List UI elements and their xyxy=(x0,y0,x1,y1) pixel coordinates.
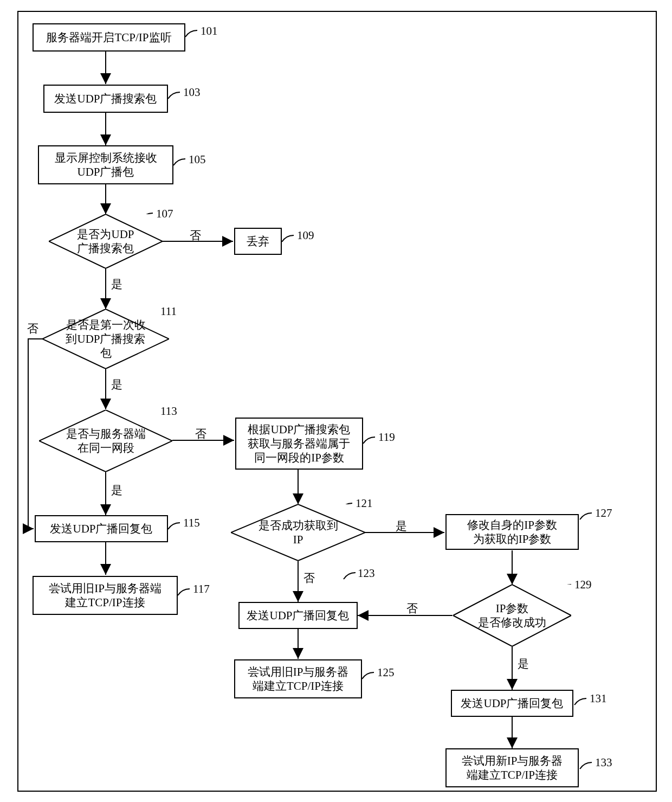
ref-105: 105 xyxy=(189,153,206,166)
node-text: 是否为UDP 广播搜索包 xyxy=(77,227,134,256)
ref-103: 103 xyxy=(183,86,201,99)
edge-label-yes: 是 xyxy=(396,518,407,534)
edge-label-yes: 是 xyxy=(518,656,529,671)
node-text: 发送UDP广播回复包 xyxy=(247,608,349,623)
node-115: 发送UDP广播回复包 xyxy=(35,515,168,542)
node-text: 发送UDP广播搜索包 xyxy=(54,92,157,106)
node-text: 是否成功获取到IP xyxy=(255,518,341,547)
node-text: 修改自身的IP参数 为获取的IP参数 xyxy=(467,518,557,547)
ref-133: 133 xyxy=(595,756,612,769)
edge-label-no: 否 xyxy=(303,570,315,586)
node-text: 尝试用旧IP与服务器 端建立TCP/IP连接 xyxy=(248,665,349,694)
node-text: 发送UDP广播回复包 xyxy=(461,696,563,710)
node-text: 尝试用旧IP与服务器端 建立TCP/IP连接 xyxy=(49,581,161,610)
node-text: 显示屏控制系统接收 UDP广播包 xyxy=(55,151,157,179)
ref-121: 121 xyxy=(356,497,373,510)
node-text: 发送UDP广播回复包 xyxy=(50,522,152,536)
node-103: 发送UDP广播搜索包 xyxy=(43,85,168,113)
ref-109: 109 xyxy=(297,229,314,242)
edge-label-no: 否 xyxy=(406,601,418,616)
node-text: 尝试用新IP与服务器 端建立TCP/IP连接 xyxy=(462,754,563,782)
ref-117: 117 xyxy=(193,582,210,596)
node-text: 是否与服务器端 在同一网段 xyxy=(66,427,146,455)
node-111: 是否是第一次收 到UDP广播搜索包 xyxy=(42,309,169,369)
node-119: 根据UDP广播搜索包 获取与服务器端属于 同一网段的IP参数 xyxy=(235,418,363,470)
ref-131: 131 xyxy=(590,692,607,705)
node-133: 尝试用新IP与服务器 端建立TCP/IP连接 xyxy=(445,748,579,787)
ref-111: 111 xyxy=(160,305,177,318)
node-text: 服务器端开启TCP/IP监听 xyxy=(46,30,171,44)
ref-119: 119 xyxy=(378,431,395,444)
node-text: 丢弃 xyxy=(247,234,269,248)
node-127: 修改自身的IP参数 为获取的IP参数 xyxy=(445,514,579,550)
edge-label-yes: 是 xyxy=(111,483,122,498)
node-113: 是否与服务器端 在同一网段 xyxy=(39,410,172,472)
edge-label-yes: 是 xyxy=(111,377,122,392)
node-107: 是否为UDP 广播搜索包 xyxy=(49,214,163,268)
node-125: 尝试用旧IP与服务器 端建立TCP/IP连接 xyxy=(234,659,362,698)
ref-125: 125 xyxy=(377,666,395,679)
edge-label-no: 否 xyxy=(195,426,206,441)
node-121: 是否成功获取到IP xyxy=(231,504,365,561)
node-123: 发送UDP广播回复包 xyxy=(238,602,358,629)
node-129: IP参数 是否修改成功 xyxy=(453,585,571,646)
node-131: 发送UDP广播回复包 xyxy=(451,690,573,717)
ref-101: 101 xyxy=(201,24,218,38)
ref-113: 113 xyxy=(160,405,177,418)
node-117: 尝试用旧IP与服务器端 建立TCP/IP连接 xyxy=(33,576,178,615)
ref-127: 127 xyxy=(595,506,612,520)
edge-label-no: 否 xyxy=(190,228,201,243)
node-text: 是否是第一次收 到UDP广播搜索包 xyxy=(65,318,146,361)
ref-115: 115 xyxy=(183,516,200,530)
node-105: 显示屏控制系统接收 UDP广播包 xyxy=(38,145,173,184)
node-109: 丢弃 xyxy=(234,228,282,255)
node-text: IP参数 是否修改成功 xyxy=(478,601,546,630)
node-101: 服务器端开启TCP/IP监听 xyxy=(33,23,185,52)
ref-129: 129 xyxy=(574,578,592,592)
edge-label-yes: 是 xyxy=(111,277,122,292)
ref-123: 123 xyxy=(358,567,375,580)
ref-107: 107 xyxy=(156,207,173,221)
node-text: 根据UDP广播搜索包 获取与服务器端属于 同一网段的IP参数 xyxy=(248,422,350,465)
edge-label-no: 否 xyxy=(27,321,38,336)
